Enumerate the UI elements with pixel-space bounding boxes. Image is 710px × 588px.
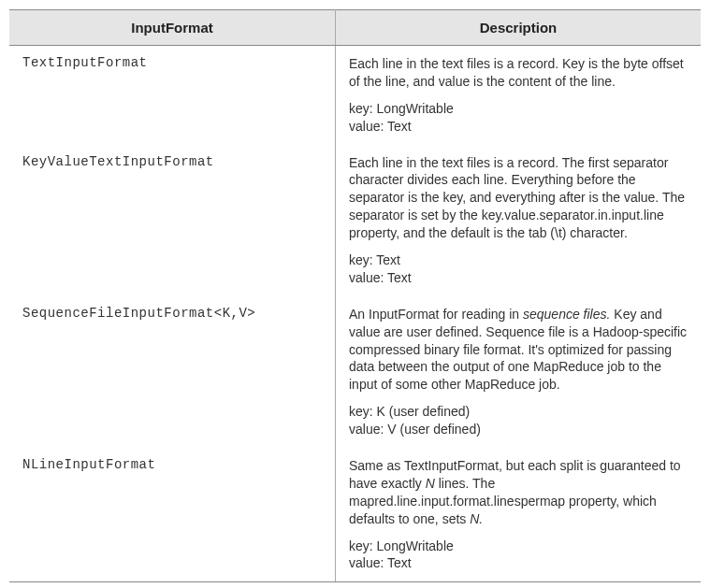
desc-part: An InputFormat for reading in <box>349 307 523 322</box>
description-cell: An InputFormat for reading in sequence f… <box>336 296 702 448</box>
header-description: Description <box>336 10 702 46</box>
format-cell: NLineInputFormat <box>9 448 336 582</box>
table-row: NLineInputFormat Same as TextInputFormat… <box>9 448 701 582</box>
format-cell: KeyValueTextInputFormat <box>9 145 336 296</box>
description-text: Same as TextInputFormat, but each split … <box>349 457 688 528</box>
description-cell: Each line in the text files is a record.… <box>336 145 702 296</box>
desc-italic: N. <box>470 511 483 526</box>
table-row: SequenceFileInputFormat<K,V> An InputFor… <box>9 296 701 448</box>
key-line: key: Text <box>349 251 688 269</box>
description-text: An InputFormat for reading in sequence f… <box>349 306 688 394</box>
key-line: key: LongWritable <box>349 538 688 555</box>
value-line: value: V (user defined) <box>349 421 688 438</box>
value-line: value: Text <box>349 554 688 572</box>
description-text: Each line in the text files is a record.… <box>349 154 688 242</box>
value-line: value: Text <box>349 269 688 287</box>
inputformat-table: InputFormat Description TextInputFormat … <box>9 9 701 582</box>
header-inputformat: InputFormat <box>9 10 336 46</box>
description-cell: Each line in the text files is a record.… <box>336 46 702 145</box>
key-line: key: K (user defined) <box>349 403 688 421</box>
desc-italic: N <box>426 476 435 491</box>
description-cell: Same as TextInputFormat, but each split … <box>336 448 702 582</box>
table-row: TextInputFormat Each line in the text fi… <box>9 46 701 145</box>
table-header-row: InputFormat Description <box>9 10 701 46</box>
value-line: value: Text <box>349 118 688 136</box>
description-text: Each line in the text files is a record.… <box>349 55 688 91</box>
key-line: key: LongWritable <box>349 100 688 118</box>
desc-part: Same as TextInputFormat, but each split … <box>349 458 681 491</box>
table-row: KeyValueTextInputFormat Each line in the… <box>9 145 701 296</box>
format-cell: SequenceFileInputFormat<K,V> <box>9 296 336 448</box>
format-cell: TextInputFormat <box>9 46 336 145</box>
desc-italic: sequence files. <box>523 307 610 322</box>
